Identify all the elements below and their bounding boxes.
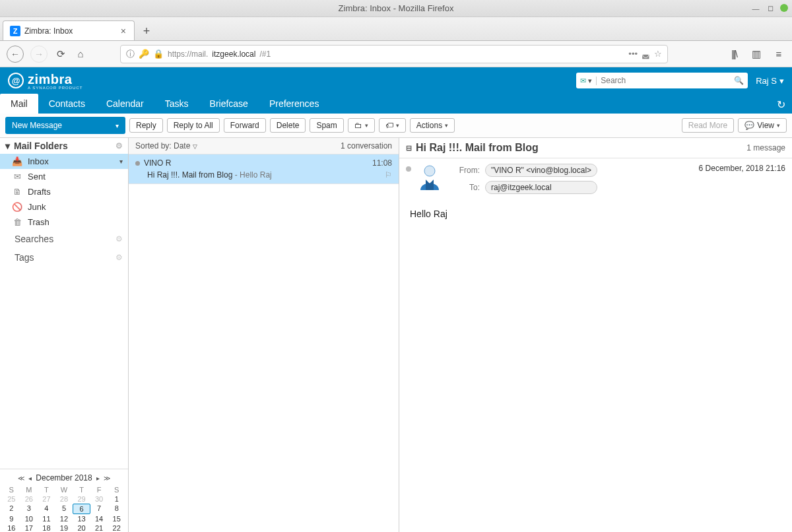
cal-title[interactable]: December 2018 [36,473,92,482]
zimbra-at-icon: @ [8,73,24,88]
cal-day[interactable]: 29 [73,494,90,504]
tags-section[interactable]: Tags⚙ [0,248,128,267]
forward-button[interactable]: Forward [224,118,266,133]
cal-day[interactable]: 13 [73,514,90,523]
cal-day[interactable]: 17 [20,523,38,532]
cal-day[interactable]: 5 [55,504,73,514]
cal-day[interactable]: 15 [108,514,125,523]
user-menu[interactable]: Raj S ▾ [756,76,784,86]
cal-day[interactable]: 8 [108,504,125,514]
status-dot-icon [406,166,411,172]
cal-day[interactable]: 18 [38,523,55,532]
cal-day[interactable]: 2 [3,504,20,514]
cal-day[interactable]: 28 [55,494,73,504]
cal-day[interactable]: 16 [3,523,20,532]
cal-day[interactable]: 7 [90,504,108,514]
cal-prev-month-icon[interactable]: ◂ [28,475,32,482]
gear-icon[interactable]: ⚙ [116,141,123,150]
cal-day[interactable]: 20 [73,523,90,532]
search-type-dropdown[interactable]: ✉ ▾ [576,77,597,85]
hamburger-icon[interactable]: ≡ [772,48,785,61]
tag-menu-button[interactable]: 🏷▾ [379,118,406,133]
url-bar[interactable]: ⓘ 🔑 🔒 https://mail.itzgeek.local/#1 ••• … [120,45,668,63]
minimize-icon[interactable]: — [751,4,760,13]
cal-day[interactable]: 11 [38,514,55,523]
chevron-down-icon[interactable]: ▾ [119,158,123,165]
from-value[interactable]: "VINO R" <vino@blog.local> [485,164,597,177]
folder-item-trash[interactable]: 🗑Trash [0,215,128,230]
info-icon[interactable]: ⓘ [126,48,135,60]
cal-day[interactable]: 14 [90,514,108,523]
library-icon[interactable]: |||\ [727,48,741,61]
back-button[interactable]: ← [7,46,24,63]
bookmark-star-icon[interactable]: ☆ [654,49,662,59]
conversation-item[interactable]: VINO R 11:08 Hi Raj !!!. Mail from Blog … [129,154,399,184]
search-input[interactable] [597,76,730,85]
folder-icon: 🗑 [12,217,22,227]
collapse-thread-icon[interactable]: ⊟ [406,144,412,152]
cal-prev-year-icon[interactable]: ≪ [18,475,24,482]
folder-item-inbox[interactable]: 📥Inbox▾ [0,154,128,169]
tab-tasks[interactable]: Tasks [154,94,199,114]
reload-icon[interactable]: ⟳ [54,48,67,61]
cal-day[interactable]: 3 [20,504,38,514]
mail-folders-header[interactable]: ▾ Mail Folders ⚙ [0,138,128,154]
browser-tab[interactable]: Z Zimbra: Inbox × [3,20,135,40]
forward-button[interactable]: → [30,46,48,63]
cal-day[interactable]: 21 [90,523,108,532]
read-more-button[interactable]: Read More [682,118,734,133]
move-menu-button[interactable]: 🗀▾ [348,118,375,133]
cal-day[interactable]: 12 [55,514,73,523]
cal-day[interactable]: 4 [38,504,55,514]
cal-day[interactable]: 10 [20,514,38,523]
view-menu-button[interactable]: 💬 View ▾ [738,118,787,133]
zimbra-logo[interactable]: @ zimbra A SYNACOR PRODUCT [8,72,82,90]
folder-item-junk[interactable]: 🚫Junk [0,199,128,215]
tab-close-icon[interactable]: × [119,26,127,36]
cal-day[interactable]: 6 [73,504,90,514]
chevron-down-icon: ▾ [777,122,780,129]
sidebar-icon[interactable]: ▥ [750,48,763,61]
cal-day[interactable]: 19 [55,523,73,532]
cal-day[interactable]: 26 [20,494,38,504]
cal-next-year-icon[interactable]: ≫ [104,475,110,482]
actions-menu-button[interactable]: Actions ▾ [410,118,455,133]
maximize-icon[interactable]: ◻ [766,4,775,13]
folder-item-sent[interactable]: ✉Sent [0,169,128,184]
sort-header[interactable]: Sorted by: Date ▽ 1 conversation [129,138,399,154]
tab-calendar[interactable]: Calendar [96,94,154,114]
tab-contacts[interactable]: Contacts [38,94,96,114]
reply-button[interactable]: Reply [129,118,163,133]
new-tab-button[interactable]: + [137,22,156,40]
cal-day[interactable]: 25 [3,494,20,504]
gear-icon[interactable]: ⚙ [116,253,123,262]
refresh-icon[interactable]: ↻ [777,98,785,114]
tab-briefcase[interactable]: Briefcase [199,94,259,114]
reply-all-button[interactable]: Reply to All [167,118,220,133]
new-message-button[interactable]: New Message ▾ [5,117,125,134]
cal-dow: W [55,485,73,494]
cal-day[interactable]: 30 [90,494,108,504]
home-icon[interactable]: ⌂ [74,48,87,61]
to-value[interactable]: raj@itzgeek.local [485,181,597,194]
spam-button[interactable]: Spam [310,118,343,133]
pocket-icon[interactable]: ◛ [642,49,650,59]
search-icon[interactable]: 🔍 [730,76,748,85]
flag-icon[interactable]: ⚐ [385,170,392,180]
chevron-down-icon: ▾ [779,76,784,86]
search-box[interactable]: ✉ ▾ 🔍 [576,73,748,88]
cal-day[interactable]: 1 [108,494,125,504]
cal-dow: M [20,485,38,494]
cal-next-month-icon[interactable]: ▸ [96,475,100,482]
meatball-icon[interactable]: ••• [628,49,638,59]
gear-icon[interactable]: ⚙ [116,234,123,244]
cal-day[interactable]: 9 [3,514,20,523]
searches-section[interactable]: Searches⚙ [0,230,128,248]
tab-preferences[interactable]: Preferences [259,94,329,114]
delete-button[interactable]: Delete [270,118,306,133]
folder-item-drafts[interactable]: 🗎Drafts [0,184,128,199]
cal-day[interactable]: 27 [38,494,55,504]
cal-day[interactable]: 22 [108,523,125,532]
close-icon[interactable] [780,4,788,12]
tab-mail[interactable]: Mail [0,94,38,114]
